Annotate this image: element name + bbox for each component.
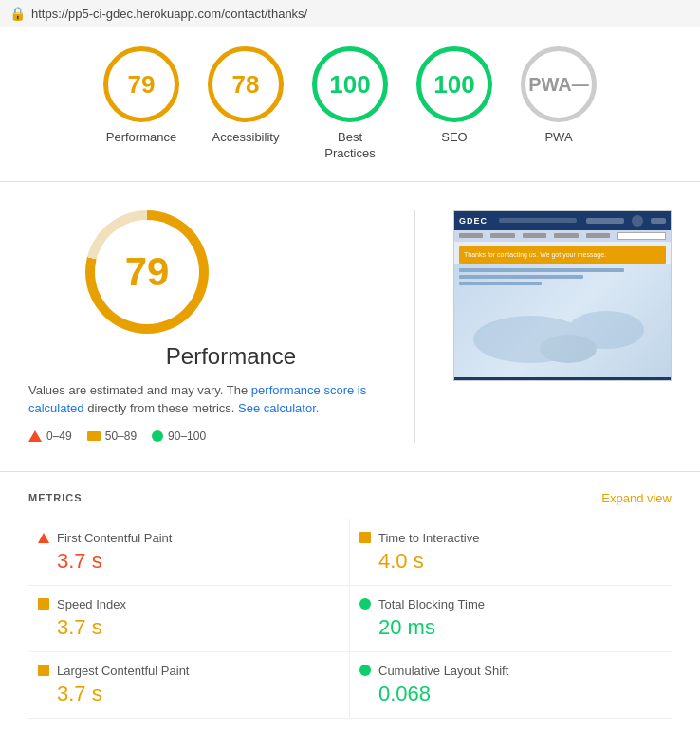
score-circle-pwa: PWA— [521, 46, 597, 122]
preview-logo: GDEC [459, 216, 488, 226]
legend-average-range: 50–89 [105, 429, 137, 443]
score-label-seo: SEO [441, 130, 467, 146]
content-line-1 [459, 268, 624, 272]
nav-item-3 [523, 233, 546, 238]
nav-item-2 [490, 233, 514, 238]
metric-si-icon [38, 598, 49, 610]
metric-cls-icon [359, 665, 371, 676]
legend-red-icon [28, 430, 42, 442]
metric-si-value: 3.7 s [38, 615, 340, 640]
main-section: 79 Performance Values are estimated and … [0, 191, 700, 462]
metric-tti-value: 4.0 s [359, 549, 662, 574]
legend-pass: 90–100 [152, 429, 206, 443]
performance-description: Values are estimated and may vary. The p… [28, 381, 377, 418]
score-circle-best-practices: 100 [312, 46, 388, 122]
metric-tbt-label-row: Total Blocking Time [359, 597, 662, 611]
score-label-pwa: PWA [544, 130, 572, 146]
metric-fcp: First Contentful Paint 3.7 s [28, 519, 350, 586]
performance-title: Performance [85, 343, 377, 370]
address-bar: 🔒 https://pp5-ci-gdec.herokuapp.com/cont… [0, 0, 700, 27]
legend-average: 50–89 [87, 429, 137, 443]
preview-body [454, 264, 671, 377]
metric-tbt: Total Blocking Time 20 ms [350, 586, 672, 652]
nav-item-1 [459, 233, 483, 238]
preview-search [617, 232, 666, 240]
divider-metrics [0, 471, 700, 472]
metric-fcp-value: 3.7 s [38, 549, 340, 574]
score-label-best-practices: BestPractices [324, 130, 375, 162]
metric-fcp-label-row: First Contentful Paint [38, 531, 340, 545]
metric-fcp-label: First Contentful Paint [57, 531, 172, 545]
score-item-performance[interactable]: 79 Performance [103, 46, 179, 146]
metric-tti-label-row: Time to Interactive [359, 531, 662, 545]
metric-lcp-label: Largest Contentful Paint [57, 664, 189, 678]
score-label-accessibility: Accessibility [212, 130, 280, 146]
metric-si-label-row: Speed Index [38, 597, 340, 611]
legend-fail-range: 0–49 [46, 429, 72, 443]
divider-top [0, 181, 700, 182]
preview-site-nav [454, 230, 671, 242]
score-item-seo[interactable]: 100 SEO [416, 46, 492, 146]
preview-banner-text: Thanks for contacting us. We got your me… [464, 251, 606, 258]
metric-cls-label-row: Cumulative Layout Shift [359, 664, 662, 678]
perf-desc-text1: Values are estimated and may vary. The [28, 383, 251, 397]
metric-tbt-label: Total Blocking Time [378, 597, 485, 611]
website-screenshot: GDEC Thanks for contacting us. We got yo… [453, 210, 672, 381]
preview-footer [454, 377, 671, 381]
metric-cls: Cumulative Layout Shift 0.068 [350, 652, 672, 719]
metric-fcp-icon [38, 533, 49, 543]
score-circle-accessibility: 78 [208, 46, 284, 122]
content-line-3 [459, 282, 542, 285]
perf-desc-text2: directly from these metrics. [87, 401, 238, 415]
preview-site-header: GDEC [454, 211, 671, 230]
score-label-performance: Performance [106, 130, 176, 146]
score-item-best-practices[interactable]: 100 BestPractices [312, 46, 388, 162]
metric-lcp: Largest Contentful Paint 3.7 s [28, 652, 350, 719]
calculator-link[interactable]: See calculator. [238, 401, 319, 415]
score-circle-seo: 100 [416, 46, 492, 122]
metric-tbt-value: 20 ms [359, 615, 662, 640]
nav-item-5 [586, 233, 610, 238]
legend: 0–49 50–89 90–100 [28, 429, 377, 443]
performance-left: 79 Performance Values are estimated and … [28, 210, 377, 443]
metrics-header: METRICS Expand view [28, 491, 672, 505]
score-circle-performance: 79 [103, 46, 179, 122]
large-score-circle-outer: 79 [85, 210, 209, 334]
metric-cls-label: Cumulative Layout Shift [378, 664, 508, 678]
metric-tti: Time to Interactive 4.0 s [350, 519, 672, 586]
lock-icon: 🔒 [9, 6, 26, 21]
metric-lcp-icon [38, 665, 49, 676]
score-item-pwa[interactable]: PWA— PWA [521, 46, 597, 146]
vertical-divider [414, 210, 415, 443]
metric-cls-value: 0.068 [359, 682, 662, 706]
map-svg [454, 301, 671, 368]
legend-pass-range: 90–100 [168, 429, 206, 443]
svg-point-2 [540, 335, 597, 363]
metric-lcp-value: 3.7 s [38, 682, 340, 706]
score-item-accessibility[interactable]: 78 Accessibility [208, 46, 284, 146]
metrics-section: METRICS Expand view First Contentful Pai… [0, 482, 700, 738]
legend-fail: 0–49 [28, 429, 72, 443]
metric-si-label: Speed Index [57, 597, 126, 611]
metric-si: Speed Index 3.7 s [28, 586, 350, 652]
url-text: https://pp5-ci-gdec.herokuapp.com/contac… [31, 7, 307, 21]
legend-orange-icon [87, 431, 101, 441]
screenshot-preview: GDEC Thanks for contacting us. We got yo… [453, 210, 672, 443]
metric-tti-icon [359, 532, 371, 543]
content-line-2 [459, 275, 583, 279]
metric-tti-label: Time to Interactive [378, 531, 479, 545]
preview-banner: Thanks for contacting us. We got your me… [459, 246, 666, 264]
preview-map [454, 264, 671, 377]
metrics-grid: First Contentful Paint 3.7 s Time to Int… [28, 519, 672, 719]
large-score-container: 79 [85, 210, 377, 334]
metric-tbt-icon [359, 598, 371, 610]
metric-lcp-label-row: Largest Contentful Paint [38, 664, 340, 678]
legend-green-icon [152, 430, 163, 442]
nav-item-4 [554, 233, 578, 238]
scores-row: 79 Performance 78 Accessibility 100 Best… [0, 27, 700, 172]
expand-view-button[interactable]: Expand view [601, 491, 672, 505]
metrics-title: METRICS [28, 492, 83, 503]
large-score-circle-inner: 79 [95, 220, 199, 324]
preview-content [454, 264, 671, 290]
